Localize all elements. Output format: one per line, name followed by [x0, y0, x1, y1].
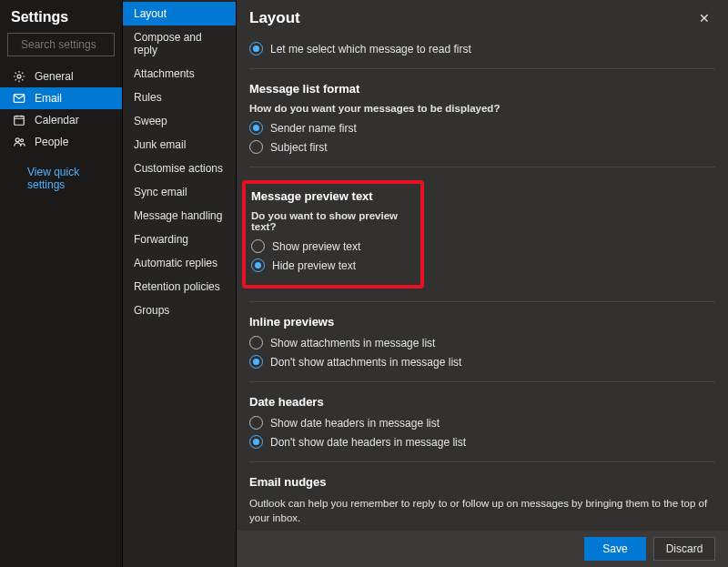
subnav-item-message-handling[interactable]: Message handling: [123, 204, 236, 228]
content-title: Layout: [249, 9, 300, 27]
sidebar-item-email[interactable]: Email: [0, 87, 122, 109]
calendar-icon: [13, 114, 25, 127]
radio-icon: [251, 258, 265, 272]
radio-icon: [249, 121, 263, 135]
gear-icon: [13, 70, 25, 83]
section-message-preview-text-highlight: Message preview text Do you want to show…: [242, 180, 424, 289]
section-question: How do you want your messages to be disp…: [249, 103, 715, 114]
content-header: Layout ✕: [237, 0, 728, 36]
sidebar-item-general[interactable]: General: [0, 66, 122, 87]
option-show-date-headers[interactable]: Show date headers in message list: [249, 416, 715, 430]
option-hide-preview-text[interactable]: Hide preview text: [251, 258, 415, 272]
section-question: Do you want to show preview text?: [251, 210, 415, 232]
sidebar-item-label: Calendar: [35, 114, 79, 127]
radio-icon: [249, 42, 263, 56]
radio-icon: [249, 336, 263, 349]
section-message-list-format: Message list format How do you want your…: [249, 82, 715, 154]
sidebar-item-label: Email: [35, 92, 62, 105]
content-scroll-area[interactable]: Let me select which message to read firs…: [237, 36, 728, 531]
radio-icon: [249, 355, 263, 369]
option-dont-show-attachments[interactable]: Don't show attachments in message list: [249, 355, 715, 369]
section-title: Message list format: [249, 82, 715, 96]
separator: [249, 68, 715, 69]
option-label: Don't show attachments in message list: [270, 356, 461, 369]
save-button[interactable]: Save: [584, 537, 646, 561]
people-icon: [13, 136, 25, 148]
section-date-headers: Date headers Show date headers in messag…: [249, 395, 715, 449]
option-label: Show date headers in message list: [270, 417, 440, 430]
option-let-me-select[interactable]: Let me select which message to read firs…: [249, 42, 715, 56]
subnav-item-compose[interactable]: Compose and reply: [123, 25, 236, 62]
radio-icon: [251, 239, 265, 253]
separator: [249, 301, 715, 302]
option-label: Sender name first: [270, 122, 357, 135]
option-label: Let me select which message to read firs…: [270, 43, 471, 56]
section-inline-previews: Inline previews Show attachments in mess…: [249, 315, 715, 369]
close-icon: ✕: [699, 11, 710, 25]
option-sender-name-first[interactable]: Sender name first: [249, 121, 715, 135]
option-label: Don't show date headers in message list: [270, 436, 466, 449]
sidebar-item-label: General: [35, 70, 74, 83]
subnav-item-forwarding[interactable]: Forwarding: [123, 228, 236, 251]
subnav-item-customise-actions[interactable]: Customise actions: [123, 157, 236, 180]
separator: [249, 461, 715, 462]
settings-title: Settings: [0, 0, 122, 33]
subnav-item-automatic-replies[interactable]: Automatic replies: [123, 251, 236, 275]
layout-content: Layout ✕ Let me select which message to …: [237, 0, 728, 567]
section-title: Date headers: [249, 395, 715, 409]
radio-icon: [249, 140, 263, 154]
sidebar-item-label: People: [35, 136, 68, 148]
email-subnav: Layout Compose and reply Attachments Rul…: [123, 0, 237, 567]
section-title: Inline previews: [249, 315, 715, 329]
sidebar-item-people[interactable]: People: [0, 131, 122, 153]
footer-bar: Save Discard: [237, 531, 728, 567]
option-label: Show attachments in message list: [270, 337, 435, 349]
subnav-item-layout[interactable]: Layout: [123, 2, 236, 25]
option-label: Hide preview text: [272, 259, 356, 272]
option-dont-show-date-headers[interactable]: Don't show date headers in message list: [249, 435, 715, 449]
subnav-item-groups[interactable]: Groups: [123, 299, 236, 322]
view-quick-settings-link[interactable]: View quick settings: [0, 153, 122, 191]
section-email-nudges: Email nudges Outlook can help you rememb…: [249, 475, 715, 531]
subnav-item-sync-email[interactable]: Sync email: [123, 180, 236, 204]
sidebar-item-calendar[interactable]: Calendar: [0, 109, 122, 131]
option-label: Show preview text: [272, 240, 360, 253]
radio-icon: [249, 435, 263, 449]
option-show-preview-text[interactable]: Show preview text: [251, 239, 415, 253]
discard-button[interactable]: Discard: [653, 537, 715, 561]
svg-rect-2: [15, 116, 25, 126]
subnav-item-retention-policies[interactable]: Retention policies: [123, 275, 236, 299]
settings-sidebar: Settings General Email Calendar People V…: [0, 0, 123, 567]
option-show-attachments[interactable]: Show attachments in message list: [249, 336, 715, 349]
svg-point-0: [17, 75, 21, 78]
subnav-item-attachments[interactable]: Attachments: [123, 62, 236, 86]
separator: [249, 381, 715, 382]
section-description: Outlook can help you remember to reply t…: [249, 496, 715, 525]
subnav-item-sweep[interactable]: Sweep: [123, 109, 236, 133]
section-title: Email nudges: [249, 475, 715, 489]
option-label: Subject first: [270, 141, 328, 154]
separator: [249, 167, 715, 167]
radio-icon: [249, 416, 263, 430]
settings-app: Settings General Email Calendar People V…: [0, 0, 728, 567]
mail-icon: [13, 92, 25, 105]
section-title: Message preview text: [251, 189, 415, 203]
option-subject-first[interactable]: Subject first: [249, 140, 715, 154]
svg-point-3: [15, 138, 19, 142]
svg-point-4: [21, 139, 24, 142]
close-button[interactable]: ✕: [695, 7, 713, 29]
subnav-item-junk-email[interactable]: Junk email: [123, 133, 236, 157]
subnav-item-rules[interactable]: Rules: [123, 86, 236, 109]
search-input-wrapper[interactable]: [7, 33, 115, 56]
